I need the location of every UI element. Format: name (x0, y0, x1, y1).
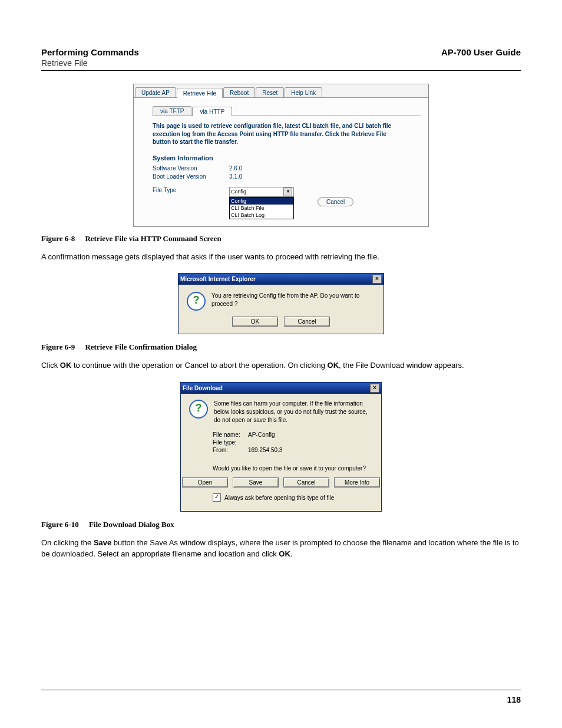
close-icon[interactable]: × (370, 384, 379, 393)
software-version-value: 2.6.0 (229, 165, 288, 172)
header-divider (41, 70, 521, 71)
paragraph-1: A confirmation message gets displayed th… (41, 252, 521, 263)
footer-divider (41, 690, 521, 690)
filetype-selected: Config (231, 189, 246, 195)
system-info-heading: System Information (153, 154, 421, 162)
figure-number: Figure 6-8 (41, 234, 75, 243)
ok-button[interactable]: OK (232, 317, 278, 327)
save-button[interactable]: Save (233, 477, 279, 487)
tab-reset[interactable]: Reset (256, 87, 284, 97)
software-version-label: Software Version (153, 165, 229, 172)
filetype-option-config[interactable]: Config (230, 197, 293, 205)
filetype-option-cli-batch-log[interactable]: CLI Batch Log (230, 212, 293, 219)
cancel-button[interactable]: Cancel (283, 477, 329, 487)
doc-title: AP-700 User Guide (441, 47, 521, 57)
file-download-dialog: File Download × ? Some files can harm yo… (180, 382, 382, 512)
tab-retrieve-file[interactable]: Retrieve File (177, 88, 223, 98)
from-value: 169.254.50.3 (248, 447, 282, 453)
close-icon[interactable]: × (372, 275, 382, 284)
bootloader-version-label: Boot Loader Version (153, 173, 229, 180)
filetype-label: File type: (213, 439, 248, 446)
dialog-title: File Download (183, 385, 223, 391)
tab-reboot[interactable]: Reboot (223, 87, 255, 97)
paragraph-3: On clicking the Save button the Save As … (41, 538, 521, 560)
page-number: 118 (41, 695, 521, 704)
cancel-button[interactable]: Cancel (284, 317, 330, 327)
open-button[interactable]: Open (182, 477, 228, 487)
main-tabbar: Update AP Retrieve File Reboot Reset Hel… (134, 84, 428, 98)
figure-number: Figure 6-10 (41, 520, 79, 529)
retrieve-file-panel: Update AP Retrieve File Reboot Reset Hel… (133, 84, 429, 227)
filetype-option-cli-batch-file[interactable]: CLI Batch File (230, 205, 293, 212)
cancel-button[interactable]: Cancel (318, 197, 353, 206)
more-info-button[interactable]: More Info (334, 477, 380, 487)
figure-title: Retrieve File via HTTP Command Screen (85, 234, 221, 243)
filetype-dropdown[interactable]: Config ▾ (229, 187, 294, 197)
question-icon: ? (187, 292, 206, 311)
figure-number: Figure 6-9 (41, 342, 75, 351)
filename-value: AP-Config (248, 431, 275, 438)
figure-6-8-caption: Figure 6-8 Retrieve File via HTTP Comman… (41, 234, 521, 243)
paragraph-2: Click OK to continue with the operation … (41, 360, 521, 371)
sub-tabbar: via TFTP via HTTP (153, 104, 421, 116)
tab-help-link[interactable]: Help Link (285, 87, 322, 97)
bootloader-version-value: 3.1.0 (229, 173, 288, 180)
subsection-title: Retrieve File (41, 58, 521, 68)
always-ask-checkbox[interactable]: ✓ (213, 493, 221, 502)
filename-label: File name: (213, 431, 248, 438)
dialog-title: Microsoft Internet Explorer (180, 276, 256, 282)
confirmation-dialog: Microsoft Internet Explorer × ? You are … (178, 273, 384, 334)
question-icon: ? (189, 400, 208, 419)
figure-title: File Download Dialog Box (89, 520, 174, 529)
always-ask-label: Always ask before opening this type of f… (224, 495, 334, 501)
panel-description: This page is used to retrieve configurat… (153, 122, 400, 146)
dialog-message: You are retrieving Config file from the … (211, 292, 375, 311)
subtab-via-tftp[interactable]: via TFTP (153, 106, 191, 116)
tab-update-ap[interactable]: Update AP (135, 87, 176, 97)
filetype-label: File Type (153, 187, 229, 193)
chevron-down-icon[interactable]: ▾ (283, 187, 292, 196)
figure-6-10-caption: Figure 6-10 File Download Dialog Box (41, 520, 521, 529)
from-label: From: (213, 447, 248, 453)
open-save-prompt: Would you like to open the file or save … (213, 465, 373, 472)
section-title: Performing Commands (41, 47, 139, 57)
figure-title: Retrieve File Confirmation Dialog (85, 342, 197, 351)
figure-6-9-caption: Figure 6-9 Retrieve File Confirmation Di… (41, 342, 521, 352)
filetype-option-list: Config CLI Batch File CLI Batch Log (229, 197, 294, 219)
subtab-via-http[interactable]: via HTTP (192, 107, 232, 116)
dialog-warning: Some files can harm your computer. If th… (214, 400, 373, 424)
